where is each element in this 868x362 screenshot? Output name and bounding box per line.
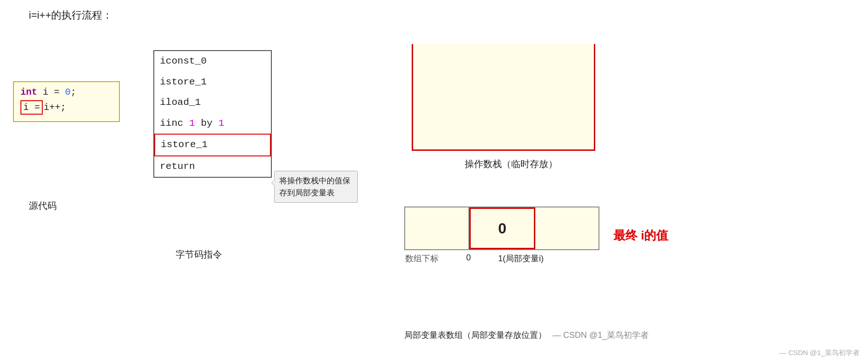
local-var-grid: 0 (404, 207, 599, 250)
lv-index-label: 数组下标 (404, 253, 439, 264)
bytecode-line-istore-highlighted: istore_1 (154, 134, 271, 156)
op-stack-label: 操作数栈（临时存放） (446, 158, 576, 170)
bytecode-line-iconst: iconst_0 (154, 51, 271, 72)
local-var-label: 局部变量表数组（局部变量存放位置） — CSDN @1_菜鸟初学者 (404, 330, 649, 341)
bytecode-line-iinc: iinc 1 by 1 (154, 113, 271, 134)
lv-index-row: 数组下标 0 1(局部变量i) (404, 253, 599, 264)
op-stack-box (412, 44, 595, 151)
bytecode-line-iload: iload_1 (154, 92, 271, 113)
final-i-label: 最终 i的值 (613, 227, 668, 244)
iinc-num1: 1 (189, 118, 195, 129)
iinc-num2: 1 (218, 118, 224, 129)
page-title: i=i++的执行流程： (29, 8, 112, 22)
source-line2-rest: i++; (44, 102, 66, 113)
local-var-sublabel: — CSDN @1_菜鸟初学者 (552, 330, 649, 340)
bytecode-label: 字节码指令 (176, 248, 222, 261)
lv-cell-2 (535, 207, 598, 249)
local-var-label-main: 局部变量表数组（局部变量存放位置） (404, 330, 546, 340)
lv-index-0: 0 (442, 253, 495, 264)
lv-cell-0 (405, 207, 469, 249)
assignment-eq: i = (20, 100, 43, 115)
source-line2: i = i++; (20, 100, 112, 115)
literal-0: 0 (65, 87, 71, 97)
source-label: 源代码 (29, 200, 57, 212)
watermark: — CSDN @1_菜鸟初学者 (779, 349, 860, 357)
local-var-table: 0 数组下标 0 1(局部变量i) (404, 207, 599, 264)
lv-index-1: 1(局部变量i) (495, 253, 547, 264)
lv-cell-1: 0 (469, 207, 535, 249)
bytecode-box: iconst_0 istore_1 iload_1 iinc 1 by 1 is… (153, 50, 272, 178)
bytecode-line-istore1: istore_1 (154, 72, 271, 93)
tooltip: 将操作数栈中的值保存到局部变量表 (274, 171, 358, 203)
source-code-box: int i = 0; i = i++; (13, 81, 120, 122)
source-line1: int i = 0; (20, 87, 112, 97)
keyword-int: int (20, 87, 37, 97)
bytecode-line-return: return (154, 156, 271, 177)
